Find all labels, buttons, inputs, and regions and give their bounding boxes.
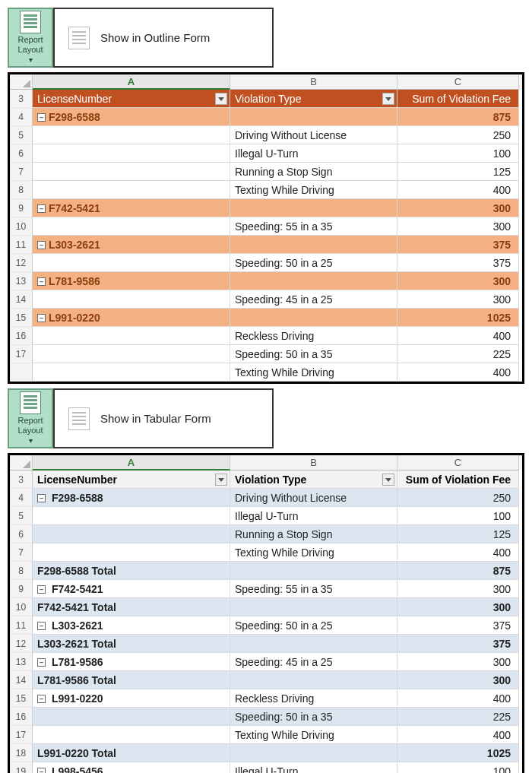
- row-header[interactable]: 19: [10, 762, 33, 773]
- violation-type[interactable]: Speeding: 55 in a 35: [230, 217, 397, 236]
- group-total[interactable]: F742-5421 Total: [33, 598, 230, 616]
- row-header[interactable]: 4: [10, 108, 33, 126]
- pivot-field-license[interactable]: LicenseNumber: [33, 470, 230, 489]
- violation-fee[interactable]: 125: [397, 525, 519, 543]
- violation-fee[interactable]: 300: [397, 290, 519, 309]
- violation-type[interactable]: Speeding: 50 in a 25: [230, 254, 397, 272]
- row-header[interactable]: 7: [10, 163, 33, 181]
- violation-fee[interactable]: 225: [397, 345, 519, 363]
- row-header[interactable]: 17: [10, 726, 33, 744]
- group-row[interactable]: –F742-5421: [33, 199, 230, 217]
- row-header[interactable]: 13: [10, 653, 33, 671]
- row-header[interactable]: 14: [10, 671, 33, 689]
- violation-fee[interactable]: 400: [397, 726, 519, 744]
- group-total-fee[interactable]: 1025: [397, 744, 519, 762]
- violation-type[interactable]: Illegal U-Turn: [230, 507, 397, 525]
- row-header[interactable]: 6: [10, 144, 33, 163]
- collapse-icon[interactable]: –: [37, 314, 46, 322]
- row-header[interactable]: 16: [10, 708, 33, 726]
- violation-type[interactable]: Speeding: 55 in a 35: [230, 580, 397, 598]
- group-row[interactable]: – L303-2621: [33, 616, 230, 635]
- group-fee[interactable]: 375: [397, 236, 519, 254]
- cell-empty[interactable]: [33, 163, 230, 181]
- cell-empty[interactable]: [33, 543, 230, 562]
- violation-fee[interactable]: 400: [397, 363, 519, 382]
- cell-empty[interactable]: [33, 254, 230, 272]
- filter-dropdown-icon[interactable]: [382, 93, 394, 105]
- row-header[interactable]: 9: [10, 199, 33, 217]
- col-header-b[interactable]: B: [230, 74, 397, 90]
- violation-fee[interactable]: 125: [397, 163, 519, 181]
- violation-type[interactable]: Speeding: 50 in a 35: [230, 708, 397, 726]
- row-header[interactable]: 18: [10, 744, 33, 762]
- col-header-c[interactable]: C: [397, 455, 519, 470]
- group-row[interactable]: – L991-0220: [33, 689, 230, 708]
- violation-fee[interactable]: 225: [397, 708, 519, 726]
- violation-fee[interactable]: 300: [397, 653, 519, 671]
- col-header-b[interactable]: B: [230, 455, 397, 470]
- row-header[interactable]: 4: [10, 489, 33, 507]
- collapse-icon[interactable]: –: [37, 113, 46, 122]
- row-header[interactable]: 3: [10, 470, 33, 489]
- cell-empty[interactable]: [33, 708, 230, 726]
- menu-show-outline[interactable]: Show in Outline Form: [53, 8, 274, 68]
- violation-type[interactable]: Driving Without License: [230, 489, 397, 507]
- cell-empty[interactable]: [33, 144, 230, 163]
- row-header[interactable]: 14: [10, 290, 33, 309]
- violation-fee[interactable]: 100: [397, 144, 519, 163]
- violation-type[interactable]: Reckless Driving: [230, 689, 397, 708]
- row-header[interactable]: 12: [10, 635, 33, 653]
- pivot-field-license[interactable]: LicenseNumber: [33, 90, 230, 108]
- row-header[interactable]: 16: [10, 327, 33, 345]
- group-fee[interactable]: 1025: [397, 309, 519, 327]
- row-header[interactable]: 15: [10, 689, 33, 708]
- row-header[interactable]: 13: [10, 272, 33, 290]
- row-header[interactable]: [10, 363, 33, 382]
- group-row[interactable]: – F742-5421: [33, 580, 230, 598]
- group-row[interactable]: –F298-6588: [33, 108, 230, 126]
- violation-fee[interactable]: 250: [397, 489, 519, 507]
- collapse-icon[interactable]: –: [37, 768, 46, 773]
- group-total[interactable]: L303-2621 Total: [33, 635, 230, 653]
- violation-type[interactable]: Running a Stop Sign: [230, 163, 397, 181]
- violation-fee[interactable]: 375: [397, 616, 519, 635]
- group-total-fee[interactable]: 375: [397, 635, 519, 653]
- collapse-icon[interactable]: –: [37, 204, 46, 213]
- violation-type[interactable]: Speeding: 45 in a 25: [230, 653, 397, 671]
- group-row[interactable]: –L991-0220: [33, 309, 230, 327]
- violation-fee[interactable]: 300: [397, 217, 519, 236]
- collapse-icon[interactable]: –: [37, 695, 46, 703]
- row-header[interactable]: 15: [10, 309, 33, 327]
- pivot-field-violation[interactable]: Violation Type: [230, 470, 397, 489]
- group-total[interactable]: L781-9586 Total: [33, 671, 230, 689]
- cell-empty[interactable]: [33, 726, 230, 744]
- violation-fee[interactable]: 400: [397, 327, 519, 345]
- violation-fee[interactable]: 100: [397, 762, 519, 773]
- row-header[interactable]: 10: [10, 598, 33, 616]
- cell-empty[interactable]: [33, 507, 230, 525]
- cell-empty[interactable]: [33, 181, 230, 199]
- violation-fee[interactable]: 400: [397, 181, 519, 199]
- row-header[interactable]: 10: [10, 217, 33, 236]
- violation-type[interactable]: Illegal U-Turn: [230, 762, 397, 773]
- row-header[interactable]: 11: [10, 616, 33, 635]
- group-row[interactable]: – L998-5456: [33, 762, 230, 773]
- group-fee[interactable]: 300: [397, 272, 519, 290]
- filter-dropdown-icon[interactable]: [215, 93, 227, 105]
- violation-type[interactable]: Reckless Driving: [230, 327, 397, 345]
- row-header[interactable]: 12: [10, 254, 33, 272]
- select-all-triangle[interactable]: [10, 455, 33, 470]
- group-row[interactable]: – F298-6588: [33, 489, 230, 507]
- group-total[interactable]: F298-6588 Total: [33, 562, 230, 580]
- group-total-fee[interactable]: 300: [397, 598, 519, 616]
- collapse-icon[interactable]: –: [37, 241, 46, 249]
- collapse-icon[interactable]: –: [37, 585, 46, 594]
- col-header-a[interactable]: A: [33, 455, 230, 470]
- row-header[interactable]: 5: [10, 507, 33, 525]
- cell-empty[interactable]: [33, 363, 230, 382]
- violation-fee[interactable]: 400: [397, 543, 519, 562]
- violation-type[interactable]: Texting While Driving: [230, 726, 397, 744]
- col-header-a[interactable]: A: [33, 74, 230, 90]
- row-header[interactable]: 5: [10, 126, 33, 144]
- group-row[interactable]: – L781-9586: [33, 653, 230, 671]
